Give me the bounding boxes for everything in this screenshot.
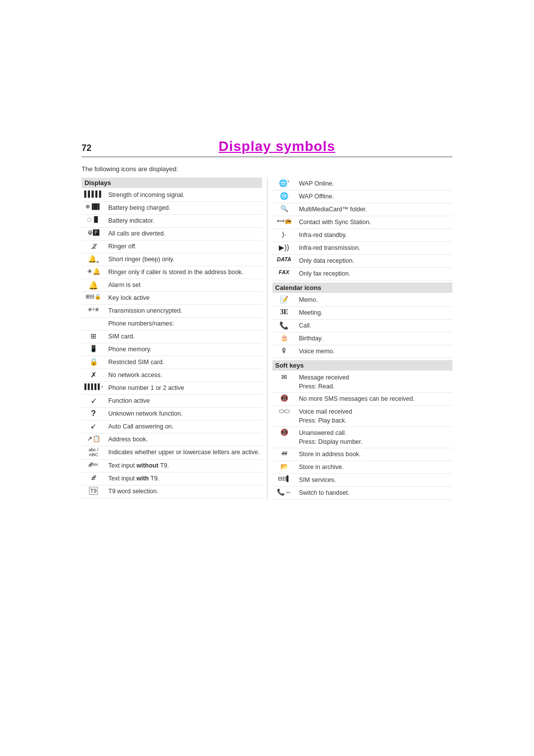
list-item: ↗📋 Address book. (82, 433, 262, 446)
desc-wap-online: WAP Online. (299, 179, 453, 189)
list-item: ? Unknown network function. (82, 408, 262, 421)
desc-text-with-t9: Text input with T9. (108, 474, 262, 483)
desc-ringer-caller: Ringer only if caller is stored in the a… (108, 268, 262, 277)
list-item: ⊞ SIM card. (82, 331, 262, 343)
list-item: 𝒁̷ Ringer off. (82, 240, 262, 253)
meeting-icon: ЗЕ (272, 308, 299, 316)
address-book-icon: ↗📋 (82, 435, 108, 442)
page-title: Display symbols (101, 139, 452, 154)
desc-phone-numbers: Phone numbers/names: (108, 319, 262, 329)
no-network-icon: ✗ (82, 371, 108, 379)
list-item: ⟺📻 Contact with Sync Station. (272, 216, 453, 229)
desc-unknown-network: Unknown network function. (108, 409, 262, 419)
list-item: ✉ Store in address book. (272, 448, 453, 461)
desc-wap-offline: WAP Offline. (299, 192, 453, 201)
desc-message-received: Message receivedPress: Read. (299, 373, 453, 391)
desc-data-only: Only data reception. (299, 256, 453, 266)
transmission-icon: ✳¹✳ (82, 306, 108, 313)
desc-no-network: No network access. (108, 371, 262, 380)
desc-birthday: Birthday. (299, 334, 453, 343)
calls-diverted-icon: ⟱🅿 (82, 229, 108, 236)
list-item: FAX Only fax reception. (272, 268, 453, 281)
wap-offline-icon: 🌐 (272, 192, 299, 200)
list-item: 🌐 WAP Offline. (272, 190, 453, 203)
switch-handset-icon: 📞↔ (272, 488, 299, 496)
desc-function-active: Function active (108, 396, 262, 406)
list-item: 𝒁sbc Text input without T9. (82, 460, 262, 472)
desc-sim-card: SIM card. (108, 332, 262, 341)
desc-store-archive: Store in archive. (299, 463, 453, 472)
t9-word-icon: T9 (82, 487, 108, 495)
list-item: ✉ Message receivedPress: Read. (272, 372, 453, 393)
desc-alarm: Alarm is set (108, 281, 262, 290)
desc-strength: Strength of incoming signal. (108, 190, 262, 200)
wap-online-icon: 🌐+ (272, 179, 299, 187)
list-item: 🌐+ WAP Online. (272, 178, 453, 190)
list-item: 📱 Phone memory. (82, 343, 262, 356)
short-ringer-icon: 🔔π (82, 255, 108, 264)
desc-meeting: Meeting. (299, 308, 453, 318)
desc-ringer-off: Ringer off. (108, 242, 262, 251)
list-item: 🔍 MultiMediaCard™ folder. (272, 203, 453, 216)
list-item: 📂 Store in archive. (272, 461, 453, 474)
voice-mail-icon: ⬭⬭ (272, 407, 299, 415)
calendar-header: Calendar icons (272, 283, 453, 293)
ringer-caller-icon: ✳🔔 (82, 268, 108, 275)
list-item: 📝 Memo. (272, 294, 453, 307)
list-item: ✳🔔 Ringer only if caller is stored in th… (82, 266, 262, 279)
auto-call-icon: ↙ (82, 422, 108, 430)
desc-voice-mail: Voice mail receivedPress: Play back. (299, 407, 453, 425)
list-item: ✗ No network access. (82, 369, 262, 382)
abc-ABC-icon: abc / ABC (82, 448, 108, 458)
desc-memo: Memo. (299, 295, 453, 305)
softkeys-header: Soft keys (272, 360, 453, 371)
list-item: 📵 Unanswered call.Press: Display number. (272, 427, 453, 448)
desc-call: Call. (299, 321, 453, 331)
signal-icon: ▌▌▌▌▌ (82, 190, 108, 197)
list-item: Phone numbers/names: (82, 318, 262, 331)
page-number: 72 (82, 143, 91, 153)
desc-phone-memory: Phone memory. (108, 345, 262, 354)
restricted-sim-icon: 🔒 (82, 358, 108, 366)
list-item: ⊞⊟🔒 Key lock active (82, 292, 262, 305)
battery-charge-icon: ⊕▐█▌ (82, 203, 108, 210)
page-container: 72 Display symbols The following icons a… (0, 0, 534, 549)
right-column: 🌐+ WAP Online. 🌐 WAP Offline. 🔍 MultiMed… (267, 178, 453, 500)
infrared-standby-icon: ⟩· (272, 231, 299, 238)
list-item: ▶)) Infra-red transmission. (272, 242, 453, 255)
list-item: ✳¹✳ Transmission unencrypted. (82, 305, 262, 318)
voice-memo-icon: 🎙 (272, 347, 299, 355)
desc-infrared-transmission: Infra-red transmission. (299, 243, 453, 253)
desc-text-without-t9: Text input without T9. (108, 461, 262, 471)
two-column-layout: Displays ▌▌▌▌▌ Strength of incoming sign… (82, 178, 452, 500)
data-only-icon: DATA (272, 256, 299, 262)
list-item: 🎂 Birthday. (272, 332, 453, 345)
list-item: T9 T9 word selection. (82, 485, 262, 498)
message-received-icon: ✉ (272, 373, 299, 381)
desc-address-book: Address book. (108, 435, 262, 444)
phone-number-active-icon: ▌▌▌▌▌› (82, 383, 108, 389)
intro-text: The following icons are displayed: (82, 165, 452, 173)
desc-unanswered-call: Unanswered call.Press: Display number. (299, 428, 453, 446)
desc-restricted-sim: Restricted SIM card. (108, 358, 262, 367)
list-item: abc / ABC Indicates whether upper or low… (82, 446, 262, 460)
desc-sync-station: Contact with Sync Station. (299, 218, 453, 227)
desc-short-ringer: Short ringer (beep) only. (108, 255, 262, 264)
list-item: 📵 No more SMS messages can be received. (272, 393, 453, 406)
ringer-off-icon: 𝒁̷ (82, 242, 108, 251)
call-icon: 📞 (272, 321, 299, 330)
multimedia-folder-icon: 🔍 (272, 205, 299, 212)
list-item: 📞↔ Switch to handset. (272, 487, 453, 500)
unanswered-call-icon: 📵 (272, 428, 299, 436)
list-item: DATA Only data reception. (272, 255, 453, 268)
phone-memory-icon: 📱 (82, 345, 108, 352)
desc-sim-services: SIM services. (299, 475, 453, 485)
desc-voice-memo: Voice memo. (299, 347, 453, 356)
list-item: 🔒 Restricted SIM card. (82, 356, 262, 369)
list-item: ⟩· Infra-red standby. (272, 229, 453, 242)
list-item: ↙ Auto Call answering on. (82, 421, 262, 433)
infrared-transmission-icon: ▶)) (272, 243, 299, 251)
desc-fax-only: Only fax reception. (299, 269, 453, 279)
store-archive-icon: 📂 (272, 463, 299, 470)
list-item: ⊟⊟▌ SIM services. (272, 474, 453, 487)
